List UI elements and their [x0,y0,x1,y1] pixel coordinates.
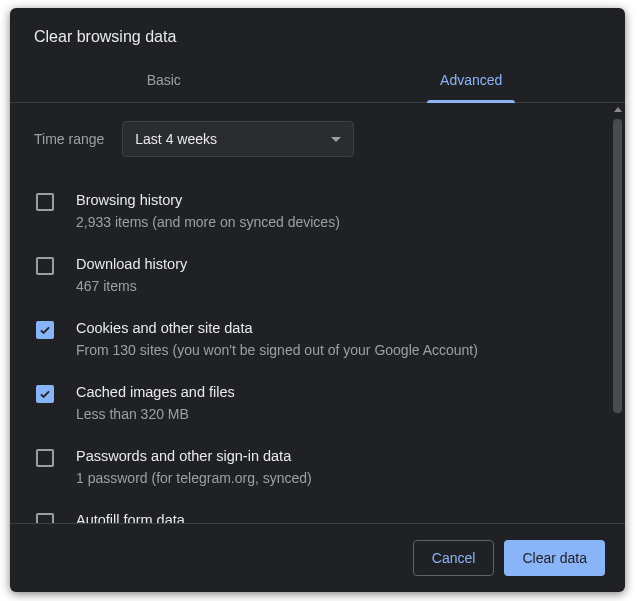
scroll-up-icon [614,107,622,112]
item-title: Autofill form data [76,510,597,523]
item-title: Passwords and other sign-in data [76,446,597,466]
checkbox[interactable] [36,257,54,275]
checkbox[interactable] [36,449,54,467]
checkbox-wrap [34,190,56,211]
item-title: Browsing history [76,190,597,210]
clear-data-button[interactable]: Clear data [504,540,605,576]
list-item: Autofill form data [34,499,597,523]
dialog-footer: Cancel Clear data [10,524,625,592]
checkbox[interactable] [36,321,54,339]
item-desc: From 130 sites (you won't be signed out … [76,340,597,360]
cancel-button[interactable]: Cancel [413,540,495,576]
scroll-content: Time range Last 4 weeks Browsing history… [10,103,610,523]
dialog-title: Clear browsing data [10,8,625,60]
chevron-down-icon [331,137,341,142]
item-texts: Autofill form data [76,510,597,523]
checkbox-wrap [34,446,56,467]
checkbox[interactable] [36,385,54,403]
list-item: Browsing history2,933 items (and more on… [34,179,597,243]
dialog-body: Time range Last 4 weeks Browsing history… [10,103,625,524]
checkbox[interactable] [36,193,54,211]
time-range-value: Last 4 weeks [135,131,217,147]
checkbox-wrap [34,318,56,339]
item-texts: Download history467 items [76,254,597,296]
item-title: Download history [76,254,597,274]
time-range-label: Time range [34,131,104,147]
item-texts: Cached images and filesLess than 320 MB [76,382,597,424]
tab-advanced[interactable]: Advanced [318,60,626,102]
item-desc: Less than 320 MB [76,404,597,424]
tabs: Basic Advanced [10,60,625,103]
checkbox-wrap [34,254,56,275]
check-icon [38,323,52,337]
list-item: Cookies and other site dataFrom 130 site… [34,307,597,371]
item-title: Cookies and other site data [76,318,597,338]
item-texts: Browsing history2,933 items (and more on… [76,190,597,232]
clear-browsing-data-dialog: Clear browsing data Basic Advanced Time … [10,8,625,592]
scrollbar[interactable] [610,103,625,523]
item-texts: Cookies and other site dataFrom 130 site… [76,318,597,360]
checkbox[interactable] [36,513,54,523]
item-desc: 1 password (for telegram.org, synced) [76,468,597,488]
list-item: Cached images and filesLess than 320 MB [34,371,597,435]
checkbox-wrap [34,382,56,403]
time-range-row: Time range Last 4 weeks [34,121,597,157]
checkbox-wrap [34,510,56,523]
tab-basic[interactable]: Basic [10,60,318,102]
item-texts: Passwords and other sign-in data1 passwo… [76,446,597,488]
list-item: Download history467 items [34,243,597,307]
time-range-select[interactable]: Last 4 weeks [122,121,354,157]
item-desc: 467 items [76,276,597,296]
item-desc: 2,933 items (and more on synced devices) [76,212,597,232]
list-item: Passwords and other sign-in data1 passwo… [34,435,597,499]
scroll-thumb[interactable] [613,119,622,413]
item-title: Cached images and files [76,382,597,402]
check-icon [38,387,52,401]
